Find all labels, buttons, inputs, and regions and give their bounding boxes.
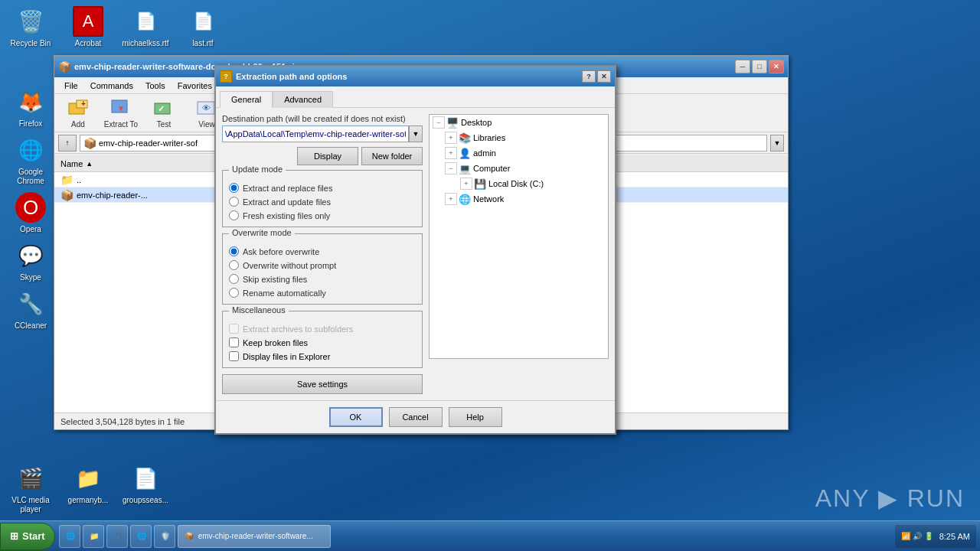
tree-expander-network[interactable]: + <box>445 193 457 205</box>
menu-commands[interactable]: Commands <box>84 80 139 92</box>
taskbar-av-btn[interactable]: 🛡️ <box>154 525 175 548</box>
tab-general[interactable]: General <box>220 91 273 108</box>
ccleaner-icon[interactable]: 🔧 CCleaner <box>4 286 57 333</box>
add-label: Add <box>71 120 85 129</box>
tree-expander-local-disk[interactable]: + <box>460 178 472 190</box>
dialog-close-btn[interactable]: ✕ <box>597 70 611 83</box>
tree-expander-libraries[interactable]: + <box>445 132 457 144</box>
tray-network-icon[interactable]: 📶 <box>901 532 910 540</box>
extract-replace-radio[interactable] <box>229 183 239 193</box>
overwrite-no-prompt-option[interactable]: Overwrite without prompt <box>229 260 416 270</box>
opera-icon[interactable]: O Opera <box>4 190 57 236</box>
skip-existing-radio[interactable] <box>229 274 239 284</box>
tree-expander-computer[interactable]: − <box>445 162 457 174</box>
ask-before-label: Ask before overwrite <box>243 247 319 256</box>
taskbar-winrar-btn[interactable]: 📦 emv-chip-reader-writer-software... <box>178 525 331 548</box>
fresh-existing-radio[interactable] <box>229 210 239 220</box>
chrome-taskbar-icon: 🌐 <box>137 532 146 540</box>
ccleaner-label: CCleaner <box>15 321 47 331</box>
cancel-btn[interactable]: Cancel <box>389 407 443 427</box>
tree-expander-desktop[interactable]: − <box>433 116 445 129</box>
extract-update-option[interactable]: Extract and update files <box>229 197 416 207</box>
dialog-title-text: Extraction path and options <box>236 72 582 81</box>
menu-tools[interactable]: Tools <box>139 80 172 92</box>
menu-file[interactable]: File <box>58 80 84 92</box>
vlc-icon[interactable]: 🎬 VLC media player <box>4 461 57 517</box>
sort-asc-icon: ▲ <box>86 160 93 168</box>
toolbar-extract-btn[interactable]: Extract To <box>101 96 141 130</box>
dialog-titlebar: ? Extraction path and options ? ✕ <box>216 67 615 86</box>
extract-icon <box>109 97 133 119</box>
tray-battery-icon[interactable]: 🔋 <box>924 532 933 540</box>
last-rtf-icon[interactable]: 📄 last.rtf <box>176 4 230 51</box>
tree-item-network[interactable]: + 🌐 Network <box>430 191 608 207</box>
tree-item-computer[interactable]: − 💻 Computer <box>430 161 608 176</box>
extract-update-radio[interactable] <box>229 197 239 207</box>
ask-before-option[interactable]: Ask before overwrite <box>229 246 416 256</box>
tree-expander-admin[interactable]: + <box>445 147 457 159</box>
skip-existing-option[interactable]: Skip existing files <box>229 274 416 284</box>
display-btn[interactable]: Display <box>297 147 358 165</box>
fresh-existing-option[interactable]: Fresh existing files only <box>229 210 416 220</box>
firefox-label: Firefox <box>19 119 43 129</box>
keep-broken-label: Keep broken files <box>243 338 308 347</box>
winrar-restore-btn[interactable]: □ <box>752 60 767 73</box>
zip-file-icon: 📦 <box>60 189 74 201</box>
taskbar-explorer-btn[interactable]: 📁 <box>83 525 104 548</box>
keep-broken-option[interactable]: Keep broken files <box>229 337 416 347</box>
recycle-bin-icon[interactable]: 🗑️ Recycle Bin <box>4 4 57 51</box>
addr-dropdown-btn[interactable]: ▼ <box>770 135 784 152</box>
taskbar-chrome-btn[interactable]: 🌐 <box>130 525 152 548</box>
chrome-icon[interactable]: 🌐 Google Chrome <box>4 132 57 188</box>
skype-image: 💬 <box>15 240 46 271</box>
firefox-icon[interactable]: 🦊 Firefox <box>4 84 57 131</box>
display-explorer-option[interactable]: Display files in Explorer <box>229 351 416 361</box>
up-button[interactable]: ↑ <box>58 135 77 152</box>
extract-replace-option[interactable]: Extract and replace files <box>229 183 416 193</box>
desktop-tree-label: Desktop <box>461 118 492 127</box>
rename-auto-radio[interactable] <box>229 288 239 298</box>
tree-item-admin[interactable]: + 👤 admin <box>430 145 608 161</box>
last-rtf-image: 📄 <box>188 6 218 37</box>
tree-item-desktop[interactable]: − 🖥️ Desktop <box>430 115 608 130</box>
path-dropdown-btn[interactable]: ▼ <box>409 126 423 142</box>
tree-item-libraries[interactable]: + 📚 Libraries <box>430 130 608 145</box>
groupsseas-icon[interactable]: 📄 groupsseas... <box>119 461 172 517</box>
winrar-minimize-btn[interactable]: ─ <box>735 60 750 73</box>
tray-sound-icon[interactable]: 🔊 <box>913 532 922 540</box>
rename-auto-option[interactable]: Rename automatically <box>229 288 416 298</box>
toolbar-add-btn[interactable]: + Add <box>58 96 98 130</box>
winrar-close-btn[interactable]: ✕ <box>769 60 784 73</box>
dialog-tabs: General Advanced <box>216 86 615 108</box>
tab-advanced[interactable]: Advanced <box>273 91 333 108</box>
michaelkss-rtf-icon[interactable]: 📄 michaelkss.rtf <box>119 4 172 51</box>
svg-text:✓: ✓ <box>158 104 165 113</box>
taskbar-right: 📶 🔊 🔋 8:25 AM <box>895 525 980 548</box>
keep-broken-checkbox[interactable] <box>229 337 239 347</box>
extraction-dialog: ? Extraction path and options ? ✕ Genera… <box>214 65 616 435</box>
menu-favorites[interactable]: Favorites <box>172 80 218 92</box>
tree-item-local-disk[interactable]: + 💾 Local Disk (C:) <box>430 176 608 191</box>
start-orb-icon: ⊞ <box>10 530 18 542</box>
save-settings-btn[interactable]: Save settings <box>222 374 423 394</box>
toolbar-test-btn[interactable]: ✓ Test <box>144 96 184 130</box>
skype-icon[interactable]: 💬 Skype <box>4 238 57 285</box>
new-folder-btn[interactable]: New folder <box>361 147 423 165</box>
start-button[interactable]: ⊞ Start <box>0 523 55 550</box>
overwrite-mode-group: Overwrite mode Ask before overwrite Over… <box>222 233 423 305</box>
taskbar-ie-btn[interactable]: 🌐 <box>59 525 80 548</box>
tree-panel: − 🖥️ Desktop + 📚 Libraries + 👤 admin <box>429 114 609 359</box>
ask-before-radio[interactable] <box>229 246 239 256</box>
germanyb-icon[interactable]: 📁 germanyb... <box>61 461 115 517</box>
dialog-help-btn[interactable]: ? <box>582 70 596 83</box>
display-explorer-checkbox[interactable] <box>229 351 239 361</box>
top-buttons-row: Display New folder <box>222 147 423 165</box>
destination-path-input[interactable] <box>222 126 409 142</box>
destination-path-row: ▼ <box>222 126 423 142</box>
overwrite-no-prompt-radio[interactable] <box>229 260 239 270</box>
skype-label: Skype <box>20 273 41 282</box>
ok-btn[interactable]: OK <box>329 407 383 427</box>
help-btn[interactable]: Help <box>449 407 502 427</box>
taskbar-media-btn[interactable]: 🎵 <box>106 525 128 548</box>
acrobat-icon[interactable]: A Acrobat <box>61 4 115 51</box>
